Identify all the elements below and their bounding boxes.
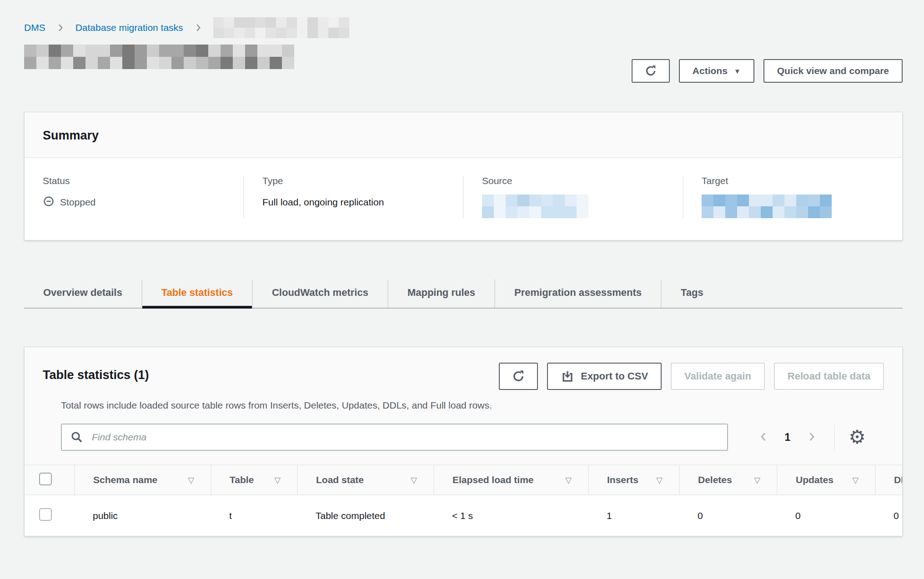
tab-overview-details[interactable]: Overview details xyxy=(24,280,141,308)
summary-title: Summary xyxy=(43,129,884,143)
select-all-cell xyxy=(25,465,75,495)
table-settings-button[interactable]: ⚙ xyxy=(849,428,866,447)
chevron-left-icon xyxy=(758,431,769,444)
sort-icon: ▽ xyxy=(656,475,663,485)
tab-tags[interactable]: Tags xyxy=(661,280,723,308)
actions-label: Actions xyxy=(693,65,728,76)
download-icon xyxy=(561,369,574,383)
search-icon xyxy=(70,430,84,446)
type-value: Full load, ongoing replication xyxy=(262,195,445,210)
chevron-right-icon xyxy=(193,23,203,33)
current-page-number: 1 xyxy=(775,431,801,444)
tab-table-statistics[interactable]: Table statistics xyxy=(141,280,252,308)
sort-icon: ▽ xyxy=(188,475,194,485)
stopped-icon xyxy=(43,195,55,210)
quick-view-and-compare-button[interactable]: Quick view and compare xyxy=(763,59,903,83)
previous-page-button[interactable] xyxy=(755,428,772,447)
summary-field-source: Source xyxy=(463,175,683,218)
table-statistics-panel: Table statistics (1) Export to CSV xyxy=(24,347,903,536)
column-header-table[interactable]: Table▽ xyxy=(211,465,297,495)
sort-icon: ▽ xyxy=(274,475,281,485)
table-statistics-title: Table statistics (1) xyxy=(43,368,149,382)
table-statistics-header: Table statistics (1) Export to CSV xyxy=(25,347,902,464)
row-checkbox[interactable] xyxy=(39,508,52,521)
breadcrumb: DMS Database migration tasks xyxy=(24,0,903,38)
summary-card-header: Summary xyxy=(25,112,902,158)
refresh-icon xyxy=(512,369,525,383)
cell-inserts: 1 xyxy=(588,495,679,536)
refresh-button[interactable] xyxy=(632,59,670,83)
sort-icon: ▽ xyxy=(565,475,572,485)
chevron-right-icon xyxy=(55,23,65,33)
find-schema-input[interactable] xyxy=(61,424,728,451)
gear-icon: ⚙ xyxy=(849,426,866,448)
tab-mapping-rules[interactable]: Mapping rules xyxy=(387,280,494,308)
tab-premigration-assessments[interactable]: Premigration assessments xyxy=(494,280,661,308)
refresh-icon xyxy=(644,65,657,77)
export-to-csv-button[interactable]: Export to CSV xyxy=(547,363,662,390)
summary-card: Summary Status Stopped Type Full load, o… xyxy=(24,112,903,240)
sort-icon: ▽ xyxy=(411,475,417,485)
pagination: 1 ⚙ xyxy=(755,424,866,450)
table-header-row: Schema name▽ Table▽ Load state▽ Elapsed … xyxy=(25,465,902,495)
table-statistics-actions: Export to CSV Validate again Reload tabl… xyxy=(499,363,884,390)
cell-updates: 0 xyxy=(777,495,875,536)
table-refresh-button[interactable] xyxy=(499,363,538,390)
breadcrumb-link-migration-tasks[interactable]: Database migration tasks xyxy=(75,22,183,33)
column-header-schema-name[interactable]: Schema name▽ xyxy=(75,465,211,495)
cell-load-state: Table completed xyxy=(297,495,434,536)
actions-dropdown-button[interactable]: Actions ▼ xyxy=(679,59,754,83)
redacted-target-endpoint-link[interactable] xyxy=(702,195,832,218)
summary-field-type: Type Full load, ongoing replication xyxy=(243,175,463,218)
row-select-cell xyxy=(25,495,75,536)
column-header-elapsed-load-time[interactable]: Elapsed load time▽ xyxy=(434,465,588,495)
toolbar-divider xyxy=(834,424,835,450)
select-all-checkbox[interactable] xyxy=(39,473,52,485)
cell-table: t xyxy=(211,495,297,536)
table-scroll-area: Schema name▽ Table▽ Load state▽ Elapsed … xyxy=(25,464,902,536)
summary-body: Status Stopped Type Full load, ongoing r… xyxy=(25,158,902,240)
column-header-updates[interactable]: Updates▽ xyxy=(777,465,875,495)
sort-icon: ▽ xyxy=(852,475,859,485)
chevron-down-icon: ▼ xyxy=(734,68,741,75)
tab-cloudwatch-metrics[interactable]: CloudWatch metrics xyxy=(252,280,387,308)
summary-field-status: Status Stopped xyxy=(25,175,243,218)
validate-again-button[interactable]: Validate again xyxy=(671,363,765,390)
tab-bar: Overview details Table statistics CloudW… xyxy=(24,280,903,309)
sort-icon: ▽ xyxy=(754,475,760,485)
next-page-button[interactable] xyxy=(803,428,820,447)
column-header-deletes[interactable]: Deletes▽ xyxy=(679,465,777,495)
column-header-load-state[interactable]: Load state▽ xyxy=(297,465,434,495)
page-header: Actions ▼ Quick view and compare xyxy=(24,45,903,83)
table-statistics-description: Total rows include loaded source table r… xyxy=(43,400,884,411)
dms-task-page: DMS Database migration tasks Actions xyxy=(0,0,924,579)
redacted-source-endpoint-link[interactable] xyxy=(482,195,588,218)
header-actions: Actions ▼ Quick view and compare xyxy=(632,59,903,83)
column-header-ddls[interactable]: DDLs xyxy=(875,465,902,495)
reload-table-data-button[interactable]: Reload table data xyxy=(774,363,884,390)
table-row: public t Table completed < 1 s 1 0 0 0 xyxy=(25,495,902,536)
table-statistics-table: Schema name▽ Table▽ Load state▽ Elapsed … xyxy=(25,464,902,536)
redacted-task-name-crumb xyxy=(213,17,349,38)
schema-search xyxy=(61,424,728,451)
chevron-right-icon xyxy=(806,431,818,444)
cell-elapsed-load-time: < 1 s xyxy=(434,495,588,536)
summary-field-target: Target xyxy=(683,175,902,218)
status-value: Stopped xyxy=(43,195,225,210)
cell-deletes: 0 xyxy=(679,495,777,536)
redacted-page-title xyxy=(24,45,294,69)
cell-schema-name: public xyxy=(75,495,211,536)
column-header-inserts[interactable]: Inserts▽ xyxy=(588,465,679,495)
table-toolbar: 1 ⚙ xyxy=(43,411,884,464)
cell-ddls: 0 xyxy=(875,495,902,536)
breadcrumb-link-dms[interactable]: DMS xyxy=(24,22,45,33)
